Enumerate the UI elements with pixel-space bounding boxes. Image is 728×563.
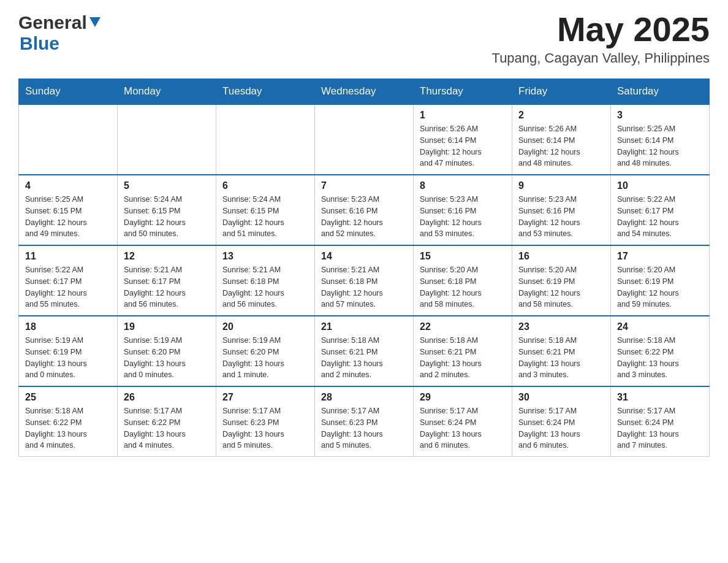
day-info: Sunrise: 5:17 AM Sunset: 6:23 PM Dayligh…	[321, 405, 407, 451]
calendar-cell: 13Sunrise: 5:21 AM Sunset: 6:18 PM Dayli…	[216, 245, 315, 316]
day-info: Sunrise: 5:22 AM Sunset: 6:17 PM Dayligh…	[617, 194, 703, 240]
day-number: 7	[321, 180, 407, 191]
weekday-header-monday: Monday	[118, 79, 216, 105]
day-info: Sunrise: 5:19 AM Sunset: 6:19 PM Dayligh…	[25, 335, 111, 381]
day-number: 15	[420, 251, 506, 262]
day-number: 20	[222, 321, 308, 332]
day-info: Sunrise: 5:18 AM Sunset: 6:22 PM Dayligh…	[617, 335, 703, 381]
day-info: Sunrise: 5:17 AM Sunset: 6:22 PM Dayligh…	[124, 405, 210, 451]
weekday-header-sunday: Sunday	[19, 79, 118, 105]
day-info: Sunrise: 5:18 AM Sunset: 6:21 PM Dayligh…	[420, 335, 506, 381]
day-number: 2	[518, 110, 604, 121]
calendar-cell: 27Sunrise: 5:17 AM Sunset: 6:23 PM Dayli…	[216, 386, 315, 457]
day-info: Sunrise: 5:19 AM Sunset: 6:20 PM Dayligh…	[222, 335, 308, 381]
day-number: 25	[25, 392, 111, 403]
day-info: Sunrise: 5:18 AM Sunset: 6:22 PM Dayligh…	[25, 405, 111, 451]
weekday-header-thursday: Thursday	[414, 79, 512, 105]
day-info: Sunrise: 5:20 AM Sunset: 6:19 PM Dayligh…	[617, 264, 703, 310]
calendar-cell: 6Sunrise: 5:24 AM Sunset: 6:15 PM Daylig…	[216, 175, 315, 245]
calendar-cell: 28Sunrise: 5:17 AM Sunset: 6:23 PM Dayli…	[315, 386, 414, 457]
day-number: 22	[420, 321, 506, 332]
day-number: 28	[321, 392, 407, 403]
calendar-cell: 10Sunrise: 5:22 AM Sunset: 6:17 PM Dayli…	[611, 175, 710, 245]
calendar-cell: 12Sunrise: 5:21 AM Sunset: 6:17 PM Dayli…	[118, 245, 216, 316]
logo-triangle-icon	[89, 17, 100, 31]
svg-marker-0	[89, 17, 100, 27]
day-number: 3	[617, 110, 703, 121]
day-number: 12	[124, 251, 210, 262]
calendar-cell: 25Sunrise: 5:18 AM Sunset: 6:22 PM Dayli…	[19, 386, 118, 457]
location-title: Tupang, Cagayan Valley, Philippines	[492, 50, 710, 66]
day-number: 14	[321, 251, 407, 262]
calendar-cell: 17Sunrise: 5:20 AM Sunset: 6:19 PM Dayli…	[611, 245, 710, 316]
day-number: 16	[518, 251, 604, 262]
calendar-cell: 30Sunrise: 5:17 AM Sunset: 6:24 PM Dayli…	[512, 386, 611, 457]
week-row-2: 4Sunrise: 5:25 AM Sunset: 6:15 PM Daylig…	[19, 175, 710, 245]
day-info: Sunrise: 5:25 AM Sunset: 6:14 PM Dayligh…	[617, 123, 703, 169]
day-number: 1	[420, 110, 506, 121]
week-row-4: 18Sunrise: 5:19 AM Sunset: 6:19 PM Dayli…	[19, 316, 710, 386]
day-number: 10	[617, 180, 703, 191]
day-info: Sunrise: 5:17 AM Sunset: 6:24 PM Dayligh…	[617, 405, 703, 451]
day-number: 6	[222, 180, 308, 191]
calendar-cell: 26Sunrise: 5:17 AM Sunset: 6:22 PM Dayli…	[118, 386, 216, 457]
day-info: Sunrise: 5:21 AM Sunset: 6:17 PM Dayligh…	[124, 264, 210, 310]
calendar-cell: 2Sunrise: 5:26 AM Sunset: 6:14 PM Daylig…	[512, 104, 611, 175]
calendar-table: SundayMondayTuesdayWednesdayThursdayFrid…	[18, 79, 710, 457]
calendar-cell: 21Sunrise: 5:18 AM Sunset: 6:21 PM Dayli…	[315, 316, 414, 386]
day-number: 29	[420, 392, 506, 403]
month-title: May 2025	[492, 12, 710, 47]
day-info: Sunrise: 5:25 AM Sunset: 6:15 PM Dayligh…	[25, 194, 111, 240]
day-number: 5	[124, 180, 210, 191]
calendar-cell: 8Sunrise: 5:23 AM Sunset: 6:16 PM Daylig…	[414, 175, 512, 245]
day-number: 26	[124, 392, 210, 403]
calendar-cell: 3Sunrise: 5:25 AM Sunset: 6:14 PM Daylig…	[611, 104, 710, 175]
day-number: 13	[222, 251, 308, 262]
calendar-cell: 24Sunrise: 5:18 AM Sunset: 6:22 PM Dayli…	[611, 316, 710, 386]
calendar-cell: 18Sunrise: 5:19 AM Sunset: 6:19 PM Dayli…	[19, 316, 118, 386]
calendar-cell	[118, 104, 216, 175]
weekday-header-wednesday: Wednesday	[315, 79, 414, 105]
day-number: 8	[420, 180, 506, 191]
logo-blue: Blue	[20, 33, 59, 54]
calendar-cell: 23Sunrise: 5:18 AM Sunset: 6:21 PM Dayli…	[512, 316, 611, 386]
weekday-header-saturday: Saturday	[611, 79, 710, 105]
day-number: 4	[25, 180, 111, 191]
day-number: 31	[617, 392, 703, 403]
day-number: 9	[518, 180, 604, 191]
day-info: Sunrise: 5:17 AM Sunset: 6:23 PM Dayligh…	[222, 405, 308, 451]
title-block: May 2025 Tupang, Cagayan Valley, Philipp…	[492, 12, 710, 66]
calendar-cell: 15Sunrise: 5:20 AM Sunset: 6:18 PM Dayli…	[414, 245, 512, 316]
calendar-cell: 22Sunrise: 5:18 AM Sunset: 6:21 PM Dayli…	[414, 316, 512, 386]
calendar-cell	[19, 104, 118, 175]
calendar-cell: 19Sunrise: 5:19 AM Sunset: 6:20 PM Dayli…	[118, 316, 216, 386]
calendar-cell: 1Sunrise: 5:26 AM Sunset: 6:14 PM Daylig…	[414, 104, 512, 175]
weekday-header-row: SundayMondayTuesdayWednesdayThursdayFrid…	[19, 79, 710, 105]
calendar-cell: 4Sunrise: 5:25 AM Sunset: 6:15 PM Daylig…	[19, 175, 118, 245]
day-number: 30	[518, 392, 604, 403]
calendar-cell	[315, 104, 414, 175]
weekday-header-tuesday: Tuesday	[216, 79, 315, 105]
day-info: Sunrise: 5:26 AM Sunset: 6:14 PM Dayligh…	[420, 123, 506, 169]
day-number: 11	[25, 251, 111, 262]
day-info: Sunrise: 5:21 AM Sunset: 6:18 PM Dayligh…	[321, 264, 407, 310]
calendar-cell: 11Sunrise: 5:22 AM Sunset: 6:17 PM Dayli…	[19, 245, 118, 316]
week-row-3: 11Sunrise: 5:22 AM Sunset: 6:17 PM Dayli…	[19, 245, 710, 316]
day-info: Sunrise: 5:18 AM Sunset: 6:21 PM Dayligh…	[518, 335, 604, 381]
day-info: Sunrise: 5:20 AM Sunset: 6:18 PM Dayligh…	[420, 264, 506, 310]
day-info: Sunrise: 5:24 AM Sunset: 6:15 PM Dayligh…	[222, 194, 308, 240]
calendar-cell: 20Sunrise: 5:19 AM Sunset: 6:20 PM Dayli…	[216, 316, 315, 386]
calendar-cell	[216, 104, 315, 175]
day-info: Sunrise: 5:23 AM Sunset: 6:16 PM Dayligh…	[518, 194, 604, 240]
day-number: 23	[518, 321, 604, 332]
calendar-cell: 29Sunrise: 5:17 AM Sunset: 6:24 PM Dayli…	[414, 386, 512, 457]
day-info: Sunrise: 5:26 AM Sunset: 6:14 PM Dayligh…	[518, 123, 604, 169]
day-info: Sunrise: 5:21 AM Sunset: 6:18 PM Dayligh…	[222, 264, 308, 310]
day-number: 24	[617, 321, 703, 332]
day-info: Sunrise: 5:24 AM Sunset: 6:15 PM Dayligh…	[124, 194, 210, 240]
day-info: Sunrise: 5:17 AM Sunset: 6:24 PM Dayligh…	[518, 405, 604, 451]
day-info: Sunrise: 5:17 AM Sunset: 6:24 PM Dayligh…	[420, 405, 506, 451]
calendar-cell: 31Sunrise: 5:17 AM Sunset: 6:24 PM Dayli…	[611, 386, 710, 457]
logo-general: General	[18, 12, 87, 33]
day-number: 19	[124, 321, 210, 332]
